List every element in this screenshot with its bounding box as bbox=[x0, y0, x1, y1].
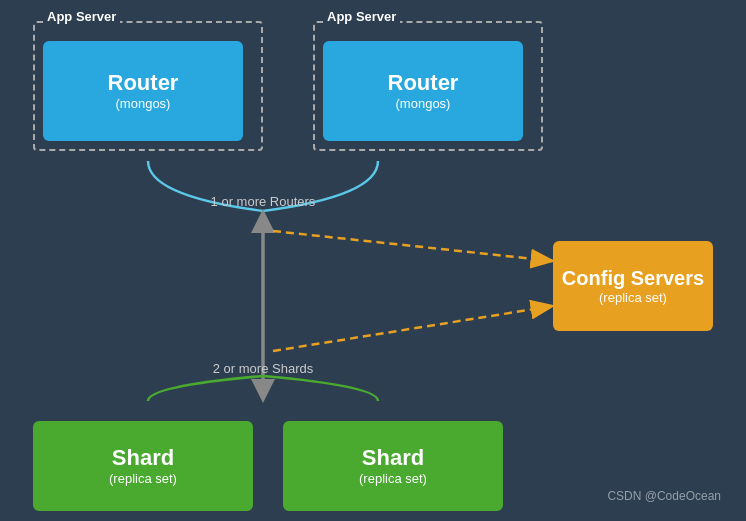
shard-2: Shard (replica set) bbox=[283, 421, 503, 511]
shard-1-subtitle: (replica set) bbox=[109, 471, 177, 486]
app-server-1-label: App Server bbox=[43, 9, 120, 24]
router-2-subtitle: (mongos) bbox=[396, 96, 451, 111]
router-2-title: Router bbox=[388, 70, 459, 96]
config-servers-title: Config Servers bbox=[562, 267, 704, 290]
diagram: App Server Router (mongos) App Server Ro… bbox=[13, 11, 733, 511]
watermark: CSDN @CodeOcean bbox=[607, 489, 721, 503]
shard-2-title: Shard bbox=[362, 445, 424, 471]
svg-line-5 bbox=[273, 306, 553, 351]
app-server-2: App Server Router (mongos) bbox=[313, 21, 543, 151]
shard-2-subtitle: (replica set) bbox=[359, 471, 427, 486]
svg-line-4 bbox=[273, 231, 553, 261]
router-1: Router (mongos) bbox=[43, 41, 243, 141]
app-server-2-label: App Server bbox=[323, 9, 400, 24]
svg-text:1 or more Routers: 1 or more Routers bbox=[211, 194, 316, 209]
shard-1: Shard (replica set) bbox=[33, 421, 253, 511]
router-2: Router (mongos) bbox=[323, 41, 523, 141]
router-1-title: Router bbox=[108, 70, 179, 96]
svg-text:2 or more Shards: 2 or more Shards bbox=[213, 361, 314, 376]
shard-1-title: Shard bbox=[112, 445, 174, 471]
config-servers: Config Servers (replica set) bbox=[553, 241, 713, 331]
app-server-1: App Server Router (mongos) bbox=[33, 21, 263, 151]
router-1-subtitle: (mongos) bbox=[116, 96, 171, 111]
config-servers-subtitle: (replica set) bbox=[599, 290, 667, 305]
